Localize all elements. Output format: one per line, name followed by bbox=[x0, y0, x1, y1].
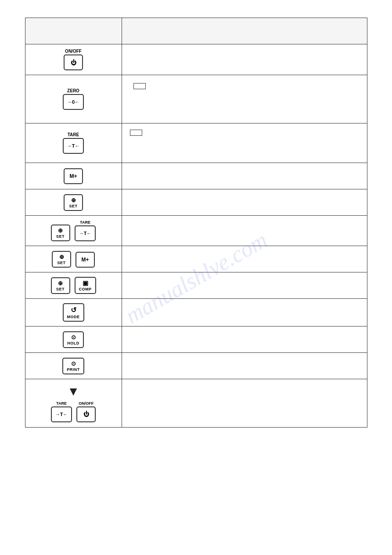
desc-set-tare bbox=[122, 216, 367, 246]
key-mode-icon: ↺ bbox=[71, 306, 76, 314]
desc-hold bbox=[122, 326, 367, 352]
desc-set-comp bbox=[122, 272, 367, 298]
key-print-button: ⊙ PRINT bbox=[62, 358, 84, 374]
row-tare-on-off: ▼ TARE →T← ON/OFF ⏻ bbox=[25, 379, 367, 428]
key-mplus-icon: M+ bbox=[69, 173, 77, 179]
key-comp-button: ▣ COMP bbox=[75, 277, 96, 294]
key-set-icon-4: ⊕ bbox=[58, 280, 63, 287]
zero-rect-indicator bbox=[133, 83, 146, 89]
key-set-button-3: ⊕ SET bbox=[52, 251, 71, 268]
key-set-icon-3: ⊕ bbox=[59, 254, 64, 260]
key-on-off-button: ⏻ bbox=[64, 54, 83, 70]
row-hold: ⊙ HOLD bbox=[25, 326, 367, 353]
desc-set-mplus bbox=[122, 246, 367, 272]
row-zero: ZERO →0← bbox=[25, 75, 367, 123]
key-mplus-button: M+ bbox=[64, 168, 83, 184]
key-set-label-3: SET bbox=[57, 261, 65, 265]
row-set-comp: ⊕ SET ▣ COMP bbox=[25, 272, 367, 299]
key-set-icon: ⊕ bbox=[71, 197, 76, 203]
key-comp-icon: ▣ bbox=[83, 279, 88, 287]
key-tare-button-3: →T← bbox=[51, 406, 72, 422]
row-set-tare: ⊕ SET TARE →T← bbox=[25, 216, 367, 246]
row-mode: ↺ MODE bbox=[25, 299, 367, 326]
key-reference-table: ON/OFF ⏻ ZERO →0← TARE →T← bbox=[25, 18, 367, 428]
row-tare: TARE →T← bbox=[25, 123, 367, 163]
key-print-label: PRINT bbox=[67, 367, 80, 372]
table-header-row bbox=[25, 18, 367, 44]
key-zero-icon: →0← bbox=[67, 99, 79, 105]
desc-tare bbox=[122, 123, 367, 163]
key-mplus-icon-2: M+ bbox=[81, 257, 89, 263]
header-col-key bbox=[25, 18, 122, 44]
key-print-cell: ⊙ PRINT bbox=[25, 353, 122, 379]
desc-print bbox=[122, 353, 367, 379]
key-hold-icon: ⊙ bbox=[71, 334, 76, 341]
key-on-off-icon: ⏻ bbox=[71, 59, 76, 66]
key-set-cell: ⊕ SET bbox=[25, 189, 122, 215]
key-comp-label: COMP bbox=[79, 287, 92, 291]
key-tare-onoff-cell: ▼ TARE →T← ON/OFF ⏻ bbox=[25, 379, 122, 427]
desc-mplus bbox=[122, 163, 367, 189]
row-print: ⊙ PRINT bbox=[25, 353, 367, 379]
key-set-mplus-cell: ⊕ SET M+ bbox=[25, 246, 122, 272]
key-zero-button: →0← bbox=[63, 94, 84, 110]
key-on-off-button-2: ⏻ bbox=[76, 406, 96, 422]
key-onoff2-top-label: ON/OFF bbox=[79, 401, 94, 406]
key-hold-label: HOLD bbox=[67, 341, 79, 345]
key-on-off-top-label: ON/OFF bbox=[65, 49, 82, 54]
key-tare-cell: TARE →T← bbox=[25, 123, 122, 163]
key-set-button-4: ⊕ SET bbox=[51, 277, 70, 294]
row-on-off: ON/OFF ⏻ bbox=[25, 44, 367, 75]
key-hold-button: ⊙ HOLD bbox=[63, 331, 84, 348]
key-set-tare-cell: ⊕ SET TARE →T← bbox=[25, 216, 122, 246]
key-on-off-cell: ON/OFF ⏻ bbox=[25, 44, 122, 75]
desc-mode bbox=[122, 299, 367, 326]
desc-tare-on-off bbox=[122, 379, 367, 427]
key-mplus-cell: M+ bbox=[25, 163, 122, 189]
key-hold-cell: ⊙ HOLD bbox=[25, 326, 122, 352]
key-tare2-top-label: TARE bbox=[80, 220, 90, 225]
key-print-icon: ⊙ bbox=[71, 360, 76, 367]
tare-rect-indicator bbox=[130, 130, 142, 136]
desc-set bbox=[122, 189, 367, 215]
key-on-off-icon-2: ⏻ bbox=[83, 411, 89, 417]
key-mode-label: MODE bbox=[67, 315, 80, 319]
key-zero-top-label: ZERO bbox=[67, 88, 79, 93]
row-set-mplus: ⊕ SET M+ bbox=[25, 246, 367, 272]
key-set-button-2: ⊕ SET bbox=[51, 225, 70, 241]
key-tare-icon-3: →T← bbox=[55, 412, 68, 417]
key-zero-cell: ZERO →0← bbox=[25, 75, 122, 123]
key-tare-button-2: →T← bbox=[75, 225, 96, 241]
key-set-icon-2: ⊕ bbox=[58, 227, 63, 234]
desc-zero bbox=[122, 75, 367, 123]
key-set-label-4: SET bbox=[56, 287, 65, 291]
arrow-down-icon: ▼ bbox=[67, 385, 79, 399]
key-tare-top-label: TARE bbox=[68, 132, 79, 137]
key-set-label: SET bbox=[69, 204, 77, 208]
desc-on-off bbox=[122, 44, 367, 75]
header-col-description bbox=[122, 18, 367, 44]
key-tare-icon-2: →T← bbox=[79, 231, 92, 236]
key-mplus-button-2: M+ bbox=[76, 252, 95, 268]
key-tare-icon: →T← bbox=[67, 143, 80, 149]
key-set-comp-cell: ⊕ SET ▣ COMP bbox=[25, 272, 122, 298]
row-set: ⊕ SET bbox=[25, 189, 367, 216]
key-tare-button: →T← bbox=[63, 138, 84, 154]
key-mode-cell: ↺ MODE bbox=[25, 299, 122, 326]
key-tare3-top-label: TARE bbox=[56, 401, 67, 406]
key-mode-button: ↺ MODE bbox=[63, 303, 84, 322]
row-mplus: M+ bbox=[25, 163, 367, 189]
key-set-button: ⊕ SET bbox=[64, 194, 83, 211]
key-set-label-2: SET bbox=[56, 234, 65, 239]
